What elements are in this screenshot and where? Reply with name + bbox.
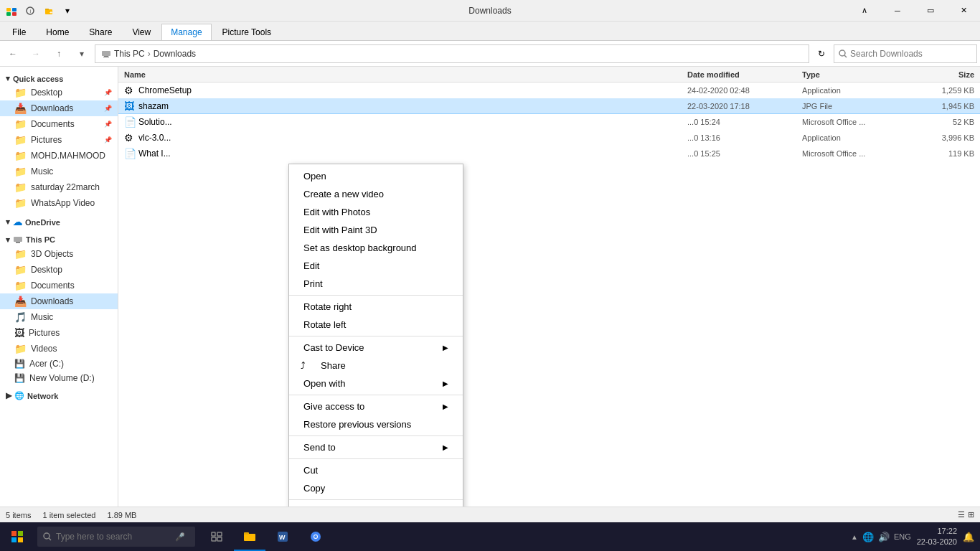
search-box[interactable] bbox=[834, 44, 977, 63]
sidebar-item-music-pc[interactable]: 🎵 Music bbox=[0, 309, 118, 325]
forward-button[interactable]: → bbox=[26, 44, 46, 63]
taskbar-search-box[interactable]: 🎤 bbox=[37, 527, 195, 547]
sidebar-item-downloads-pc[interactable]: 📥 Downloads bbox=[0, 293, 118, 309]
ctx-open-with[interactable]: Open with ▶ bbox=[289, 375, 463, 392]
sidebar-item-3dobjects[interactable]: 📁 3D Objects bbox=[0, 246, 118, 262]
network-tray-icon[interactable]: 🌐 bbox=[862, 532, 874, 542]
taskbar-file-explorer[interactable] bbox=[234, 522, 265, 551]
microphone-icon[interactable]: 🎤 bbox=[175, 532, 185, 542]
ctx-rotate-left[interactable]: Rotate left bbox=[289, 316, 463, 334]
search-input[interactable] bbox=[850, 49, 951, 59]
taskbar-search-input[interactable] bbox=[56, 532, 171, 542]
start-button[interactable] bbox=[0, 522, 34, 551]
sidebar-item-saturday[interactable]: 📁 saturday 22march bbox=[0, 179, 118, 195]
ribbon-toggle[interactable]: ∧ bbox=[848, 0, 881, 22]
quick-access-label: Quick access bbox=[13, 75, 63, 83]
sidebar-item-newvold[interactable]: 💾 New Volume (D:) bbox=[0, 371, 118, 385]
minimize-button[interactable]: ─ bbox=[881, 0, 914, 22]
ctx-edit-paint3d[interactable]: Edit with Paint 3D bbox=[289, 221, 463, 239]
svg-point-32 bbox=[314, 535, 317, 538]
view-list-btn[interactable]: ☰ bbox=[958, 510, 965, 519]
sidebar-label-downloads: Downloads bbox=[31, 103, 73, 113]
sidebar-item-mohd[interactable]: 📁 MOHD.MAHMOOD bbox=[0, 148, 118, 164]
ctx-restore-versions[interactable]: Restore previous versions bbox=[289, 415, 463, 433]
path-downloads[interactable]: Downloads bbox=[154, 49, 196, 59]
table-row[interactable]: 📄 Solutio... ...0 15:24 Microsoft Office… bbox=[118, 114, 980, 130]
sidebar-label-desktop: Desktop bbox=[31, 88, 62, 98]
back-button[interactable]: ← bbox=[3, 44, 23, 63]
file-type-0: Application bbox=[802, 86, 917, 95]
notification-icon[interactable]: 🔔 bbox=[963, 532, 974, 542]
ctx-edit[interactable]: Edit bbox=[289, 257, 463, 275]
close-button[interactable]: ✕ bbox=[947, 0, 980, 22]
sidebar-item-documents-pc[interactable]: 📁 Documents bbox=[0, 278, 118, 293]
qat-customize[interactable]: ▾ bbox=[59, 2, 76, 19]
clock[interactable]: 17:22 22-03-2020 bbox=[917, 526, 957, 548]
ctx-create-video[interactable]: Create a new video bbox=[289, 185, 463, 203]
quick-access-header[interactable]: ▾ Quick access bbox=[0, 70, 118, 85]
col-header-date[interactable]: Date modified bbox=[687, 70, 802, 79]
sidebar-item-desktop[interactable]: 📁 Desktop 📌 bbox=[0, 85, 118, 100]
ctx-copy[interactable]: Copy bbox=[289, 479, 463, 497]
sidebar-item-whatsapp[interactable]: 📁 WhatsApp Video bbox=[0, 195, 118, 211]
table-row[interactable]: 📄 What I... ...0 15:25 Microsoft Office … bbox=[118, 146, 980, 161]
ctx-cut[interactable]: Cut bbox=[289, 461, 463, 479]
tab-home[interactable]: Home bbox=[37, 24, 78, 40]
taskbar-chrome[interactable] bbox=[300, 522, 331, 551]
table-row[interactable]: 🖼 shazam 22-03-2020 17:18 JPG File 1,945… bbox=[118, 98, 980, 114]
window-icon bbox=[3, 2, 20, 19]
col-header-size[interactable]: Size bbox=[917, 70, 974, 79]
thispc-header[interactable]: ▾ This PC bbox=[0, 230, 118, 246]
status-bar: 5 items 1 item selected 1.89 MB ☰ ⊞ bbox=[0, 507, 980, 522]
tab-manage[interactable]: Manage bbox=[161, 24, 211, 40]
address-path[interactable]: This PC › Downloads bbox=[95, 44, 809, 63]
sidebar-item-pictures-pc[interactable]: 🖼 Pictures bbox=[0, 325, 118, 341]
view-details-btn[interactable]: ⊞ bbox=[968, 510, 974, 519]
sidebar-item-pictures[interactable]: 📁 Pictures 📌 bbox=[0, 132, 118, 148]
sidebar-item-documents[interactable]: 📁 Documents 📌 bbox=[0, 116, 118, 132]
sidebar-item-desktop-pc[interactable]: 📁 Desktop bbox=[0, 262, 118, 278]
ctx-print[interactable]: Print bbox=[289, 275, 463, 293]
maximize-button[interactable]: ▭ bbox=[914, 0, 947, 22]
ctx-give-access-label: Give access to bbox=[303, 401, 364, 412]
sidebar-item-acerc[interactable]: 💾 Acer (C:) bbox=[0, 357, 118, 371]
tab-share[interactable]: Share bbox=[80, 24, 121, 40]
ctx-set-desktop[interactable]: Set as desktop background bbox=[289, 239, 463, 257]
ctx-open[interactable]: Open bbox=[289, 167, 463, 185]
tab-file[interactable]: File bbox=[3, 24, 35, 40]
chevron-up-icon[interactable]: ▲ bbox=[851, 533, 858, 541]
sidebar-item-videos[interactable]: 📁 Videos bbox=[0, 341, 118, 357]
recent-locations[interactable]: ▾ bbox=[72, 44, 92, 63]
ctx-send-to[interactable]: Send to ▶ bbox=[289, 438, 463, 456]
taskbar-word[interactable]: W bbox=[267, 522, 298, 551]
qat-properties[interactable]: i bbox=[22, 2, 39, 19]
refresh-button[interactable]: ↻ bbox=[812, 44, 831, 63]
sidebar-item-downloads[interactable]: 📥 Downloads 📌 bbox=[0, 100, 118, 116]
network-header[interactable]: ▶ 🌐 Network bbox=[0, 387, 118, 402]
ctx-rotate-right[interactable]: Rotate right bbox=[289, 298, 463, 316]
tab-view[interactable]: View bbox=[123, 24, 160, 40]
thispc-icon bbox=[13, 235, 23, 245]
ctx-share[interactable]: ⤴ Share bbox=[289, 357, 463, 375]
ctx-edit-photos[interactable]: Edit with Photos bbox=[289, 203, 463, 221]
ctx-create-shortcut[interactable]: Create shortcut bbox=[289, 502, 463, 507]
sidebar-item-music[interactable]: 📁 Music bbox=[0, 164, 118, 179]
sidebar-label-videos: Videos bbox=[31, 344, 57, 354]
volume-icon[interactable]: 🔊 bbox=[878, 532, 890, 542]
svg-text:i: i bbox=[30, 9, 32, 14]
ctx-give-access[interactable]: Give access to ▶ bbox=[289, 397, 463, 415]
col-header-type[interactable]: Type bbox=[802, 70, 917, 79]
svg-rect-16 bbox=[11, 531, 17, 536]
onedrive-header[interactable]: ▾ ☁ OneDrive bbox=[0, 212, 118, 229]
tab-picture-tools[interactable]: Picture Tools bbox=[213, 24, 281, 40]
taskbar-task-view[interactable] bbox=[201, 522, 232, 551]
table-row[interactable]: ⚙ vlc-3.0... ...0 13:16 Application 3,99… bbox=[118, 130, 980, 146]
col-header-name[interactable]: Name bbox=[124, 70, 687, 79]
qat-new-folder[interactable]: + bbox=[40, 2, 57, 19]
pin-icon-downloads: 📌 bbox=[104, 105, 112, 112]
ctx-cast[interactable]: Cast to Device ▶ bbox=[289, 339, 463, 357]
path-this-pc[interactable]: This PC bbox=[114, 49, 145, 59]
table-row[interactable]: ⚙ ChromeSetup 24-02-2020 02:48 Applicati… bbox=[118, 83, 980, 98]
folder-icon-dl2: 📥 bbox=[14, 296, 27, 307]
up-button[interactable]: ↑ bbox=[49, 44, 69, 63]
